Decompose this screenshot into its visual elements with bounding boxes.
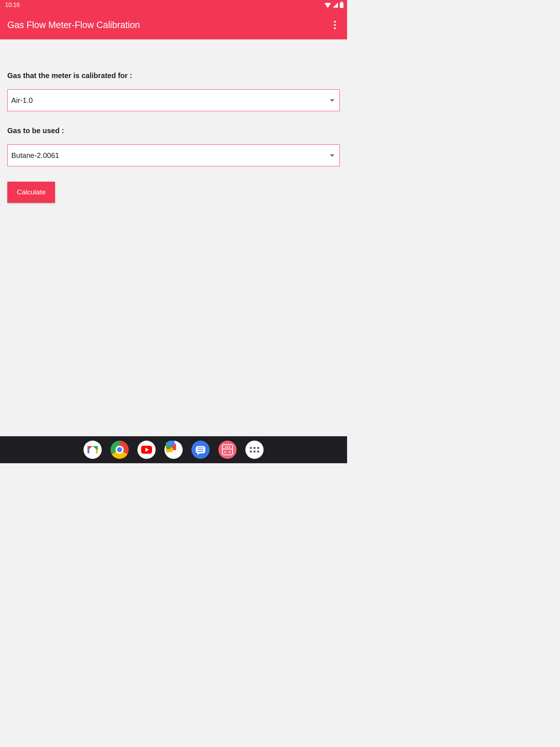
dock-app-chrome[interactable] <box>110 441 129 459</box>
content-area: Gas that the meter is calibrated for : A… <box>0 39 347 463</box>
used-gas-select[interactable]: Butane-2.0061 <box>7 144 340 166</box>
dock-all-apps[interactable] <box>245 441 264 459</box>
more-options-button[interactable] <box>330 18 340 32</box>
app-bar: Gas Flow Meter-Flow Calibration <box>0 10 347 39</box>
youtube-icon <box>141 446 152 454</box>
status-bar: 10:16 <box>0 0 347 10</box>
cell-signal-icon <box>333 3 338 8</box>
dock-app-photos[interactable] <box>164 441 183 459</box>
dock-app-gmail[interactable] <box>83 441 102 459</box>
calibrated-gas-select[interactable]: Air-1.0 <box>7 89 340 111</box>
apps-grid-icon <box>250 447 259 453</box>
chevron-down-icon <box>330 154 334 157</box>
calibrated-gas-label: Gas that the meter is calibrated for : <box>7 71 340 80</box>
status-time: 10:16 <box>5 2 20 8</box>
messages-icon <box>196 446 205 453</box>
wifi-icon <box>324 3 331 8</box>
status-icons <box>324 3 343 8</box>
screen: 10:16 Gas Flow Meter-Flow Calibration Ga… <box>0 0 347 463</box>
gmail-icon <box>88 446 98 453</box>
chevron-down-icon <box>330 99 334 102</box>
dock-app-youtube[interactable] <box>137 441 156 459</box>
navigation-dock <box>0 436 347 463</box>
calculate-button[interactable]: Calculate <box>7 182 55 203</box>
used-gas-value: Butane-2.0061 <box>11 151 59 160</box>
calculator-icon <box>222 444 233 455</box>
battery-icon <box>340 3 343 8</box>
dock-app-current[interactable] <box>218 441 237 459</box>
dock-app-messages[interactable] <box>191 441 210 459</box>
more-vert-icon <box>334 21 336 23</box>
app-title: Gas Flow Meter-Flow Calibration <box>7 20 140 30</box>
used-gas-label: Gas to be used : <box>7 127 340 135</box>
calibrated-gas-value: Air-1.0 <box>11 96 33 105</box>
